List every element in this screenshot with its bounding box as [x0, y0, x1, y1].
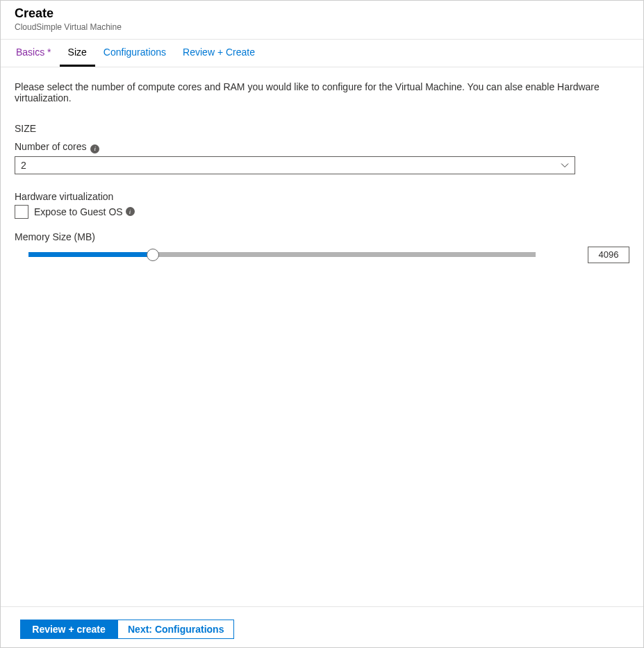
info-icon[interactable]: i — [126, 207, 135, 216]
tab-size[interactable]: Size — [60, 40, 95, 67]
review-create-button[interactable]: Review + create — [20, 620, 117, 639]
footer: Review + create Next: Configurations — [1, 606, 643, 647]
description-text: Please select the number of compute core… — [15, 81, 629, 103]
memory-slider[interactable] — [28, 249, 536, 261]
main-content: Please select the number of compute core… — [1, 67, 643, 277]
info-icon[interactable]: i — [90, 144, 99, 153]
memory-value-input[interactable]: 4096 — [588, 247, 629, 263]
expose-checkbox-row[interactable]: Expose to Guest OS i — [15, 205, 629, 219]
slider-fill — [28, 252, 153, 257]
tab-bar: Basics * Size Configurations Review + Cr… — [1, 39, 643, 67]
hardware-label: Hardware virtualization — [15, 191, 629, 202]
tab-configurations[interactable]: Configurations — [95, 40, 174, 67]
memory-label: Memory Size (MB) — [15, 231, 629, 242]
tab-review-create[interactable]: Review + Create — [174, 40, 263, 67]
cores-dropdown[interactable]: 2 — [15, 156, 575, 174]
expose-checkbox[interactable] — [15, 205, 28, 219]
slider-thumb[interactable] — [147, 249, 159, 261]
section-title-size: SIZE — [15, 123, 629, 134]
cores-label: Number of cores i — [15, 141, 629, 153]
expose-checkbox-label: Expose to Guest OS — [34, 206, 123, 217]
page-header: Create CloudSimple Virtual Machine — [1, 1, 643, 39]
page-title: Create — [15, 6, 629, 21]
cores-value: 2 — [21, 160, 26, 171]
tab-basics[interactable]: Basics * — [8, 40, 60, 67]
page-subtitle: CloudSimple Virtual Machine — [15, 22, 629, 32]
chevron-down-icon — [561, 161, 569, 169]
next-configurations-button[interactable]: Next: Configurations — [117, 620, 234, 639]
